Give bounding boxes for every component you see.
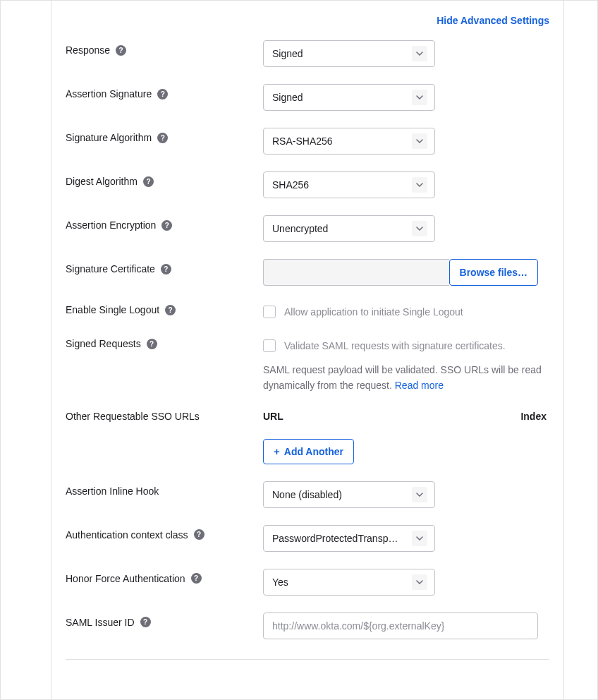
row-assertion-encryption: Assertion Encryption ? Unencrypted [66,207,549,251]
assertion-signature-select[interactable]: Signed [263,84,435,111]
plus-icon: + [274,445,280,457]
chevron-down-icon [412,177,427,193]
label-col: Assertion Inline Hook [66,481,263,497]
digest-algorithm-label: Digest Algorithm [66,176,138,187]
right-gutter [563,1,597,699]
row-inline-hook: Assertion Inline Hook None (disabled) [66,473,549,517]
assertion-encryption-select[interactable]: Unencrypted [263,215,435,242]
auth-context-class-label: Authentication context class [66,529,188,541]
label-col: Other Requestable SSO URLs [66,411,263,422]
help-icon[interactable]: ? [140,617,151,627]
control-col: Signed [263,40,549,67]
chevron-down-icon [412,46,427,61]
inline-hook-label: Assertion Inline Hook [66,485,159,497]
control-col: SHA256 [263,171,549,198]
help-icon[interactable]: ? [194,529,205,540]
select-value: RSA-SHA256 [272,135,333,147]
chevron-down-icon [412,133,427,149]
control-col: RSA-SHA256 [263,128,549,155]
control-col: Validate SAML requests with signature ce… [263,337,549,394]
select-value: Signed [272,92,303,103]
control-col: PasswordProtectedTransp… [263,525,549,552]
help-icon[interactable]: ? [157,89,168,99]
divider [66,659,549,660]
select-value: PasswordProtectedTransp… [272,533,398,544]
browse-files-button[interactable]: Browse files… [449,259,538,286]
saml-issuer-id-input[interactable] [263,612,538,639]
hide-advanced-settings-link[interactable]: Hide Advanced Settings [437,15,549,26]
enable-single-logout-label: Enable Single Logout [66,304,159,315]
assertion-encryption-label: Assertion Encryption [66,219,156,231]
signed-requests-checkbox[interactable] [263,339,276,352]
help-icon[interactable]: ? [161,220,172,231]
index-column-header: Index [520,411,547,422]
chevron-down-icon [412,574,427,590]
control-col: Allow application to initiate Single Log… [263,303,549,318]
help-icon[interactable]: ? [147,339,157,349]
response-label: Response [66,44,110,56]
row-signed-requests: Signed Requests ? Validate SAML requests… [66,328,549,402]
label-col: Signature Algorithm ? [66,128,263,143]
select-value: Signed [272,48,303,59]
inline-hook-select[interactable]: None (disabled) [263,481,435,508]
signature-algorithm-label: Signature Algorithm [66,132,152,143]
select-value: Yes [272,577,288,588]
signature-certificate-label: Signature Certificate [66,263,155,274]
help-icon[interactable]: ? [116,45,126,56]
checkbox-row: Validate SAML requests with signature ce… [263,337,549,352]
settings-panel: Hide Advanced Settings Response ? Signed… [0,0,598,700]
help-icon[interactable]: ? [157,133,168,143]
file-upload-group: Browse files… [263,259,538,286]
signature-algorithm-select[interactable]: RSA-SHA256 [263,128,435,155]
label-col: Digest Algorithm ? [66,171,263,187]
top-link-row: Hide Advanced Settings [66,1,549,32]
row-honor-force-auth: Honor Force Authentication ? Yes [66,560,549,604]
row-signature-certificate: Signature Certificate ? Browse files… [66,251,549,294]
control-col: Unencrypted [263,215,549,242]
help-icon[interactable]: ? [191,573,202,584]
control-col [263,612,549,639]
auth-context-class-select[interactable]: PasswordProtectedTransp… [263,525,435,552]
signed-requests-info: SAML request payload will be validated. … [263,362,549,394]
add-another-button[interactable]: + Add Another [263,439,354,464]
chevron-down-icon [412,487,427,502]
row-auth-context-class: Authentication context class ? PasswordP… [66,517,549,560]
control-col: Browse files… [263,259,549,286]
url-column-header: URL [263,411,283,422]
control-col: Yes [263,569,549,596]
label-col: Enable Single Logout ? [66,303,263,315]
checkbox-row: Allow application to initiate Single Log… [263,303,549,318]
add-another-label: Add Another [284,446,343,457]
read-more-link[interactable]: Read more [395,380,444,391]
select-value: Unencrypted [272,223,328,234]
enable-single-logout-checkbox[interactable] [263,306,276,318]
file-name-display [263,259,449,286]
checkbox-label: Allow application to initiate Single Log… [284,306,463,318]
signed-requests-label: Signed Requests [66,338,141,349]
chevron-down-icon [412,90,427,105]
control-col: Signed [263,84,549,111]
row-enable-single-logout: Enable Single Logout ? Allow application… [66,294,549,328]
chevron-down-icon [412,221,427,236]
row-assertion-signature: Assertion Signature ? Signed [66,76,549,119]
chevron-down-icon [412,531,427,546]
control-col: URL Index + Add Another [263,411,549,464]
honor-force-auth-select[interactable]: Yes [263,569,435,596]
label-col: Signature Certificate ? [66,259,263,274]
help-icon[interactable]: ? [161,264,171,274]
row-other-sso-urls: Other Requestable SSO URLs URL Index + A… [66,402,549,473]
label-col: Honor Force Authentication ? [66,569,263,584]
row-saml-issuer-id: SAML Issuer ID ? [66,604,549,648]
label-col: Signed Requests ? [66,337,263,349]
help-icon[interactable]: ? [143,176,154,187]
label-col: Authentication context class ? [66,525,263,541]
response-select[interactable]: Signed [263,40,435,67]
digest-algorithm-select[interactable]: SHA256 [263,171,435,198]
checkbox-label: Validate SAML requests with signature ce… [284,340,506,351]
other-sso-urls-label: Other Requestable SSO URLs [66,411,200,422]
help-icon[interactable]: ? [165,305,176,315]
row-response: Response ? Signed [66,32,549,76]
label-col: SAML Issuer ID ? [66,612,263,628]
left-gutter [1,1,51,699]
url-table-header: URL Index [263,411,549,422]
